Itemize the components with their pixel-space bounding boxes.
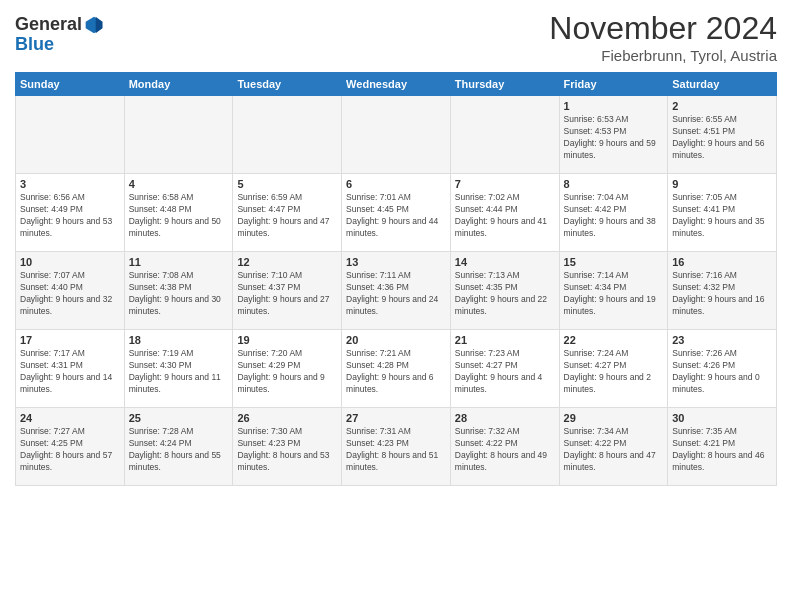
location-subtitle: Fieberbrunn, Tyrol, Austria [549, 47, 777, 64]
header-saturday: Saturday [668, 73, 777, 96]
header-wednesday: Wednesday [342, 73, 451, 96]
header-tuesday: Tuesday [233, 73, 342, 96]
table-row: 19Sunrise: 7:20 AM Sunset: 4:29 PM Dayli… [233, 330, 342, 408]
header-monday: Monday [124, 73, 233, 96]
header: General Blue November 2024 Fieberbrunn, … [15, 10, 777, 64]
table-row: 27Sunrise: 7:31 AM Sunset: 4:23 PM Dayli… [342, 408, 451, 486]
day-info: Sunrise: 6:58 AM Sunset: 4:48 PM Dayligh… [129, 192, 229, 240]
table-row: 16Sunrise: 7:16 AM Sunset: 4:32 PM Dayli… [668, 252, 777, 330]
table-row: 23Sunrise: 7:26 AM Sunset: 4:26 PM Dayli… [668, 330, 777, 408]
table-row: 9Sunrise: 7:05 AM Sunset: 4:41 PM Daylig… [668, 174, 777, 252]
table-row: 28Sunrise: 7:32 AM Sunset: 4:22 PM Dayli… [450, 408, 559, 486]
table-row: 1Sunrise: 6:53 AM Sunset: 4:53 PM Daylig… [559, 96, 668, 174]
day-number: 20 [346, 334, 446, 346]
title-area: November 2024 Fieberbrunn, Tyrol, Austri… [549, 10, 777, 64]
day-number: 26 [237, 412, 337, 424]
header-friday: Friday [559, 73, 668, 96]
day-info: Sunrise: 6:56 AM Sunset: 4:49 PM Dayligh… [20, 192, 120, 240]
day-info: Sunrise: 7:31 AM Sunset: 4:23 PM Dayligh… [346, 426, 446, 474]
table-row [233, 96, 342, 174]
table-row [450, 96, 559, 174]
day-number: 2 [672, 100, 772, 112]
day-number: 23 [672, 334, 772, 346]
day-number: 19 [237, 334, 337, 346]
day-number: 28 [455, 412, 555, 424]
table-row: 26Sunrise: 7:30 AM Sunset: 4:23 PM Dayli… [233, 408, 342, 486]
table-row: 2Sunrise: 6:55 AM Sunset: 4:51 PM Daylig… [668, 96, 777, 174]
day-info: Sunrise: 7:17 AM Sunset: 4:31 PM Dayligh… [20, 348, 120, 396]
day-number: 6 [346, 178, 446, 190]
day-info: Sunrise: 7:30 AM Sunset: 4:23 PM Dayligh… [237, 426, 337, 474]
calendar-table: Sunday Monday Tuesday Wednesday Thursday… [15, 72, 777, 486]
day-number: 7 [455, 178, 555, 190]
day-info: Sunrise: 7:14 AM Sunset: 4:34 PM Dayligh… [564, 270, 664, 318]
table-row: 17Sunrise: 7:17 AM Sunset: 4:31 PM Dayli… [16, 330, 125, 408]
day-info: Sunrise: 7:04 AM Sunset: 4:42 PM Dayligh… [564, 192, 664, 240]
table-row: 14Sunrise: 7:13 AM Sunset: 4:35 PM Dayli… [450, 252, 559, 330]
day-number: 8 [564, 178, 664, 190]
day-info: Sunrise: 7:24 AM Sunset: 4:27 PM Dayligh… [564, 348, 664, 396]
day-info: Sunrise: 7:02 AM Sunset: 4:44 PM Dayligh… [455, 192, 555, 240]
logo-general-text: General [15, 15, 82, 35]
day-number: 10 [20, 256, 120, 268]
day-number: 11 [129, 256, 229, 268]
table-row: 5Sunrise: 6:59 AM Sunset: 4:47 PM Daylig… [233, 174, 342, 252]
day-info: Sunrise: 7:28 AM Sunset: 4:24 PM Dayligh… [129, 426, 229, 474]
day-number: 21 [455, 334, 555, 346]
logo-blue-text: Blue [15, 35, 104, 55]
day-number: 15 [564, 256, 664, 268]
month-title: November 2024 [549, 10, 777, 47]
table-row: 30Sunrise: 7:35 AM Sunset: 4:21 PM Dayli… [668, 408, 777, 486]
table-row: 22Sunrise: 7:24 AM Sunset: 4:27 PM Dayli… [559, 330, 668, 408]
day-info: Sunrise: 7:34 AM Sunset: 4:22 PM Dayligh… [564, 426, 664, 474]
day-number: 9 [672, 178, 772, 190]
day-info: Sunrise: 7:13 AM Sunset: 4:35 PM Dayligh… [455, 270, 555, 318]
table-row: 6Sunrise: 7:01 AM Sunset: 4:45 PM Daylig… [342, 174, 451, 252]
table-row: 7Sunrise: 7:02 AM Sunset: 4:44 PM Daylig… [450, 174, 559, 252]
day-number: 24 [20, 412, 120, 424]
day-number: 14 [455, 256, 555, 268]
table-row: 20Sunrise: 7:21 AM Sunset: 4:28 PM Dayli… [342, 330, 451, 408]
day-info: Sunrise: 7:19 AM Sunset: 4:30 PM Dayligh… [129, 348, 229, 396]
header-thursday: Thursday [450, 73, 559, 96]
day-number: 27 [346, 412, 446, 424]
day-number: 29 [564, 412, 664, 424]
table-row: 25Sunrise: 7:28 AM Sunset: 4:24 PM Dayli… [124, 408, 233, 486]
day-info: Sunrise: 7:27 AM Sunset: 4:25 PM Dayligh… [20, 426, 120, 474]
day-number: 22 [564, 334, 664, 346]
day-number: 17 [20, 334, 120, 346]
day-number: 1 [564, 100, 664, 112]
table-row: 29Sunrise: 7:34 AM Sunset: 4:22 PM Dayli… [559, 408, 668, 486]
day-number: 3 [20, 178, 120, 190]
table-row: 21Sunrise: 7:23 AM Sunset: 4:27 PM Dayli… [450, 330, 559, 408]
day-info: Sunrise: 7:20 AM Sunset: 4:29 PM Dayligh… [237, 348, 337, 396]
day-number: 30 [672, 412, 772, 424]
table-row [16, 96, 125, 174]
table-row: 15Sunrise: 7:14 AM Sunset: 4:34 PM Dayli… [559, 252, 668, 330]
calendar-header: Sunday Monday Tuesday Wednesday Thursday… [16, 73, 777, 96]
day-info: Sunrise: 7:11 AM Sunset: 4:36 PM Dayligh… [346, 270, 446, 318]
page-container: General Blue November 2024 Fieberbrunn, … [0, 0, 792, 491]
table-row: 12Sunrise: 7:10 AM Sunset: 4:37 PM Dayli… [233, 252, 342, 330]
table-row: 13Sunrise: 7:11 AM Sunset: 4:36 PM Dayli… [342, 252, 451, 330]
table-row: 11Sunrise: 7:08 AM Sunset: 4:38 PM Dayli… [124, 252, 233, 330]
day-info: Sunrise: 7:08 AM Sunset: 4:38 PM Dayligh… [129, 270, 229, 318]
calendar-body: 1Sunrise: 6:53 AM Sunset: 4:53 PM Daylig… [16, 96, 777, 486]
table-row: 4Sunrise: 6:58 AM Sunset: 4:48 PM Daylig… [124, 174, 233, 252]
day-number: 13 [346, 256, 446, 268]
day-number: 4 [129, 178, 229, 190]
day-info: Sunrise: 7:07 AM Sunset: 4:40 PM Dayligh… [20, 270, 120, 318]
day-info: Sunrise: 6:53 AM Sunset: 4:53 PM Dayligh… [564, 114, 664, 162]
table-row: 18Sunrise: 7:19 AM Sunset: 4:30 PM Dayli… [124, 330, 233, 408]
day-info: Sunrise: 7:10 AM Sunset: 4:37 PM Dayligh… [237, 270, 337, 318]
day-number: 5 [237, 178, 337, 190]
table-row [124, 96, 233, 174]
day-info: Sunrise: 6:59 AM Sunset: 4:47 PM Dayligh… [237, 192, 337, 240]
logo-icon [84, 15, 104, 35]
day-info: Sunrise: 7:05 AM Sunset: 4:41 PM Dayligh… [672, 192, 772, 240]
day-info: Sunrise: 7:26 AM Sunset: 4:26 PM Dayligh… [672, 348, 772, 396]
day-info: Sunrise: 7:23 AM Sunset: 4:27 PM Dayligh… [455, 348, 555, 396]
table-row: 24Sunrise: 7:27 AM Sunset: 4:25 PM Dayli… [16, 408, 125, 486]
table-row: 10Sunrise: 7:07 AM Sunset: 4:40 PM Dayli… [16, 252, 125, 330]
day-info: Sunrise: 7:01 AM Sunset: 4:45 PM Dayligh… [346, 192, 446, 240]
